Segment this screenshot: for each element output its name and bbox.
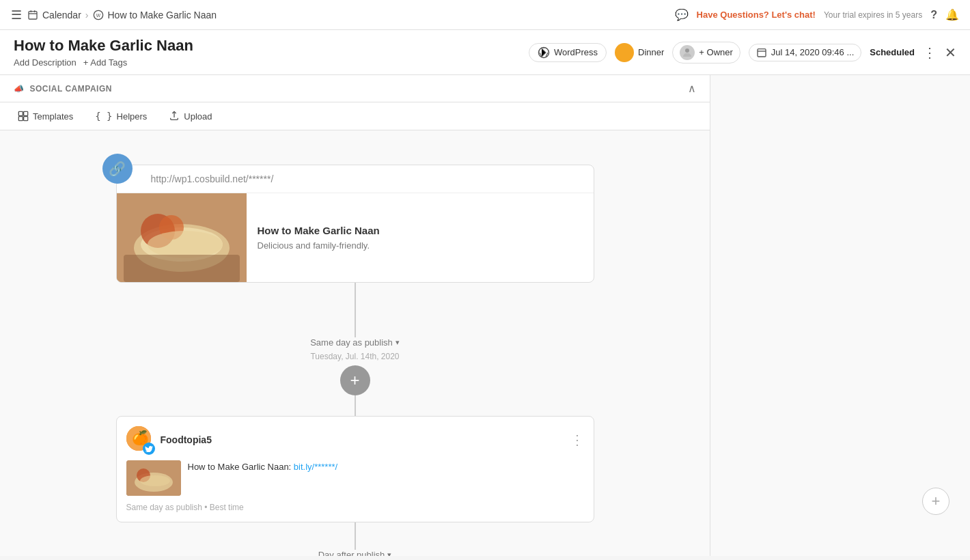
tweet-content: How to Make Garlic Naan: bit.ly/******/ xyxy=(126,460,584,496)
dinner-dot xyxy=(615,43,634,62)
svg-rect-12 xyxy=(18,117,23,121)
upload-button[interactable]: Upload xyxy=(165,108,216,124)
svg-point-20 xyxy=(148,231,223,258)
notification-icon[interactable]: 🔔 xyxy=(945,8,959,21)
add-tags-button[interactable]: + Add Tags xyxy=(83,57,127,68)
upload-label: Upload xyxy=(184,111,212,122)
tweet-image xyxy=(126,460,181,496)
tweet-user: 🍊 Foodtopia5 xyxy=(126,426,212,453)
tweet-image-inner xyxy=(126,460,181,496)
templates-icon xyxy=(18,111,29,122)
post-meta: Add Description + Add Tags xyxy=(14,57,193,68)
add-description-button[interactable]: Add Description xyxy=(14,57,77,68)
status-badge[interactable]: Scheduled xyxy=(870,47,915,57)
date-label: Jul 14, 2020 09:46 ... xyxy=(771,47,854,57)
add-timeline-item-button-1[interactable]: + xyxy=(340,365,370,395)
trial-text: Your trial expires in 5 years xyxy=(824,10,922,20)
tweet-header: 🍊 Foodtopia5 ⋮ xyxy=(126,426,584,453)
menu-icon[interactable]: ☰ xyxy=(11,8,22,23)
campaign-content: 🔗 http://wp1.cosbuild.net/******/ xyxy=(0,130,710,556)
main-content: 📣 SOCIAL CAMPAIGN ∧ Templates { } Helper… xyxy=(0,75,970,556)
same-day-chevron[interactable]: ▾ xyxy=(396,338,400,347)
breadcrumb-post-title: How to Make Garlic Naan xyxy=(108,10,217,20)
more-options-button[interactable]: ⋮ xyxy=(923,44,937,61)
preview-description: Delicious and family-friendly. xyxy=(258,240,380,251)
post-header-left: How to Make Garlic Naan Add Description … xyxy=(14,37,193,68)
same-day-label: Same day as publish xyxy=(310,337,393,348)
dinner-category-badge[interactable]: Dinner xyxy=(615,43,664,62)
link-badge: 🔗 xyxy=(102,154,133,184)
megaphone-icon: 📣 xyxy=(14,84,25,94)
tweet-username: Foodtopia5 xyxy=(161,434,212,445)
post-title: How to Make Garlic Naan xyxy=(14,37,193,55)
timeline-connector-1 xyxy=(355,283,356,337)
wordpress-platform-icon xyxy=(538,46,550,59)
social-panel-header: 📣 SOCIAL CAMPAIGN ∧ xyxy=(0,75,710,102)
timeline-node-2: Day after publish ▾ + xyxy=(116,550,594,556)
nav-left: ☰ Calendar › W How to Make Garlic Naan xyxy=(11,8,217,23)
toolbar: Templates { } Helpers Upload xyxy=(0,102,710,130)
food-image-svg xyxy=(117,193,247,282)
top-navigation: ☰ Calendar › W How to Make Garlic Naan 💬… xyxy=(0,0,970,30)
preview-title: How to Make Garlic Naan xyxy=(258,225,380,236)
chat-link[interactable]: Have Questions? Let's chat! xyxy=(697,10,816,20)
owner-badge[interactable]: + Owner xyxy=(672,42,740,64)
tweet-more-button[interactable]: ⋮ xyxy=(570,432,584,448)
dinner-label: Dinner xyxy=(638,47,664,57)
wordpress-label: WordPress xyxy=(554,47,598,57)
date-badge[interactable]: Jul 14, 2020 09:46 ... xyxy=(749,44,861,61)
svg-point-27 xyxy=(140,475,170,486)
calendar-icon xyxy=(27,10,38,20)
svg-rect-8 xyxy=(758,48,766,56)
upload-icon xyxy=(169,111,180,122)
helpers-label: Helpers xyxy=(117,111,148,122)
url-card[interactable]: http://wp1.cosbuild.net/******/ xyxy=(116,165,594,283)
add-item-button-right[interactable]: + xyxy=(922,488,950,515)
tweet-text: How to Make Garlic Naan: bit.ly/******/ xyxy=(188,460,338,496)
social-panel: 📣 SOCIAL CAMPAIGN ∧ Templates { } Helper… xyxy=(0,75,710,556)
social-campaign-title: 📣 SOCIAL CAMPAIGN xyxy=(14,84,112,94)
url-card-wrapper: 🔗 http://wp1.cosbuild.net/******/ xyxy=(116,165,594,283)
helpers-icon: { } xyxy=(95,111,112,122)
avatar xyxy=(680,45,695,60)
breadcrumb-calendar[interactable]: Calendar xyxy=(42,10,81,20)
url-input[interactable]: http://wp1.cosbuild.net/******/ xyxy=(117,165,594,193)
preview-text: How to Make Garlic Naan Delicious and fa… xyxy=(247,193,391,282)
collapse-button[interactable]: ∧ xyxy=(688,82,696,95)
svg-rect-21 xyxy=(124,255,240,282)
day-after-chevron[interactable]: ▾ xyxy=(387,550,391,556)
speech-bubble-icon: 💬 xyxy=(675,8,689,21)
svg-rect-11 xyxy=(24,111,28,115)
timeline-connector-3 xyxy=(355,522,356,550)
node1-label-row: Same day as publish ▾ xyxy=(310,337,400,348)
svg-point-7 xyxy=(685,48,689,53)
date-icon xyxy=(756,47,767,58)
svg-rect-13 xyxy=(24,117,28,121)
preview-image xyxy=(117,193,247,282)
wordpress-icon: W xyxy=(93,10,104,20)
nav-right: 💬 Have Questions? Let's chat! Your trial… xyxy=(675,8,959,21)
social-campaign-label: SOCIAL CAMPAIGN xyxy=(30,84,112,94)
svg-rect-10 xyxy=(18,111,23,115)
preview-image-inner xyxy=(117,193,247,282)
templates-label: Templates xyxy=(33,111,73,122)
timeline-connector-2 xyxy=(355,395,356,416)
templates-button[interactable]: Templates xyxy=(14,108,77,124)
breadcrumb: Calendar › W How to Make Garlic Naan xyxy=(27,10,217,20)
post-header: How to Make Garlic Naan Add Description … xyxy=(0,30,970,75)
close-button[interactable]: ✕ xyxy=(945,44,956,61)
wordpress-platform-badge[interactable]: WordPress xyxy=(529,43,607,62)
help-icon[interactable]: ? xyxy=(930,9,937,21)
helpers-button[interactable]: { } Helpers xyxy=(91,108,151,124)
svg-text:W: W xyxy=(96,12,100,17)
breadcrumb-separator: › xyxy=(85,10,89,20)
node2-label-row: Day after publish ▾ xyxy=(318,550,392,556)
timeline-node-1: Same day as publish ▾ Tuesday, Jul. 14th… xyxy=(116,337,594,395)
node1-date: Tuesday, Jul. 14th, 2020 xyxy=(310,352,399,361)
preview-card: How to Make Garlic Naan Delicious and fa… xyxy=(117,193,594,282)
tweet-link[interactable]: bit.ly/******/ xyxy=(294,462,337,472)
right-panel: + xyxy=(710,75,970,556)
svg-rect-0 xyxy=(29,11,37,18)
tweet-footer: Same day as publish • Best time xyxy=(126,503,584,512)
post-header-right: WordPress Dinner + Owner Jul 14, 2020 09… xyxy=(529,42,956,64)
